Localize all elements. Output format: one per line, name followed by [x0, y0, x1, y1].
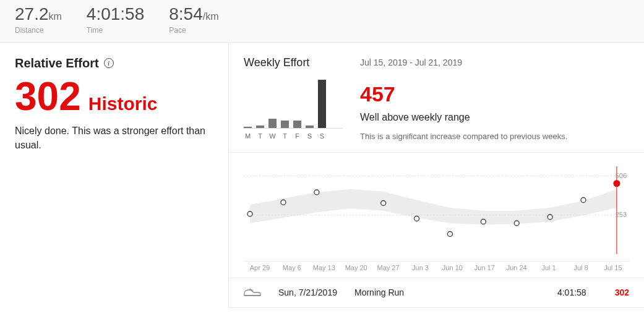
shoe-icon — [244, 287, 261, 299]
relative-effort-title: Relative Effort i — [15, 56, 213, 70]
weekly-mini-bars — [244, 79, 343, 129]
mini-bar-label: W — [268, 132, 277, 140]
distance-unit: km — [49, 11, 62, 22]
svg-point-5 — [314, 190, 319, 195]
activity-title: Morning Run — [354, 287, 503, 297]
pace-label: Pace — [169, 26, 218, 35]
activity-time: 4:01:58 — [557, 287, 586, 297]
weekly-score: 457 — [360, 83, 629, 104]
info-icon[interactable]: i — [104, 58, 114, 68]
x-tick: May 13 — [308, 264, 340, 271]
x-tick: Jul 8 — [565, 264, 597, 271]
weekly-range-text: Well above weekly range — [360, 112, 629, 123]
activity-row[interactable]: Sun, 7/21/2019 Morning Run 4:01:58 302 — [229, 278, 644, 308]
x-tick: Apr 29 — [244, 264, 276, 271]
weekly-panel: Weekly Effort MTWTFSS Jul 15, 2019 - Jul… — [229, 43, 644, 308]
x-tick: Jun 24 — [500, 264, 533, 271]
trend-chart[interactable]: 506 253 Apr 29May 6May 13May 20May 27Jun… — [229, 153, 644, 278]
x-tick: May 20 — [340, 264, 372, 271]
time-value: 4:01:58 — [87, 4, 144, 25]
stat-time: 4:01:58 Time — [87, 4, 144, 35]
pace-unit: /km — [203, 11, 219, 22]
mini-bar-label: M — [244, 132, 252, 140]
x-tick: Jul 1 — [533, 264, 565, 271]
mini-bar-label: S — [306, 132, 314, 140]
relative-effort-description: Nicely done. This was a stronger effort … — [15, 124, 213, 152]
pace-number: 8:54 — [169, 4, 203, 23]
stat-pace: 8:54/km Pace — [169, 4, 218, 35]
mini-bar-T — [256, 126, 264, 128]
distance-number: 27.2 — [15, 4, 49, 23]
time-label: Time — [87, 26, 144, 35]
y-tick-506: 506 — [616, 172, 627, 179]
trend-x-axis: Apr 29May 6May 13May 20May 27Jun 3Jun 10… — [244, 261, 629, 278]
mini-bar-label: F — [293, 132, 301, 140]
svg-point-11 — [547, 215, 552, 219]
weekly-effort-title: Weekly Effort — [244, 56, 343, 69]
mini-bar-label: T — [281, 132, 289, 140]
stats-bar: 27.2km Distance 4:01:58 Time 8:54/km Pac… — [0, 0, 644, 43]
x-tick: May 6 — [276, 264, 308, 271]
svg-point-4 — [281, 200, 286, 205]
svg-point-10 — [514, 221, 519, 226]
weekly-note: This is a significant increase compared … — [360, 132, 629, 141]
distance-label: Distance — [15, 26, 62, 35]
svg-point-12 — [581, 197, 586, 202]
x-tick: May 27 — [372, 264, 405, 271]
activity-score: 302 — [615, 287, 629, 297]
mini-bar-W — [268, 119, 277, 128]
x-tick: Jun 10 — [436, 264, 468, 271]
svg-point-6 — [381, 200, 386, 205]
relative-effort-panel: Relative Effort i 302 Historic Nicely do… — [0, 43, 229, 308]
pace-value: 8:54/km — [169, 4, 218, 25]
svg-point-3 — [247, 211, 252, 216]
svg-point-9 — [481, 219, 486, 224]
relative-effort-tier: Historic — [88, 93, 158, 114]
svg-point-13 — [614, 180, 620, 186]
svg-point-7 — [414, 216, 419, 221]
x-tick: Jun 3 — [405, 264, 437, 271]
svg-point-8 — [447, 231, 452, 236]
time-number: 4:01:58 — [87, 4, 144, 23]
weekly-mini-labels: MTWTFSS — [244, 132, 343, 140]
relative-effort-number: 302 — [15, 77, 81, 116]
distance-value: 27.2km — [15, 4, 62, 25]
y-tick-253: 253 — [616, 211, 627, 218]
mini-bar-T — [281, 121, 289, 128]
mini-bar-F — [293, 121, 301, 128]
weekly-date-range: Jul 15, 2019 - Jul 21, 2019 — [360, 57, 629, 67]
mini-bar-label: T — [256, 132, 264, 140]
mini-bar-S — [306, 126, 314, 128]
activity-date: Sun, 7/21/2019 — [278, 287, 337, 297]
stat-distance: 27.2km Distance — [15, 4, 62, 35]
relative-effort-title-text: Relative Effort — [15, 56, 99, 70]
x-tick: Jul 15 — [597, 264, 629, 271]
mini-bar-M — [244, 127, 252, 128]
trend-svg — [244, 163, 629, 262]
x-tick: Jun 17 — [468, 264, 500, 271]
mini-bar-S — [318, 80, 326, 128]
relative-effort-score: 302 Historic — [15, 77, 213, 116]
mini-bar-label: S — [318, 132, 326, 140]
